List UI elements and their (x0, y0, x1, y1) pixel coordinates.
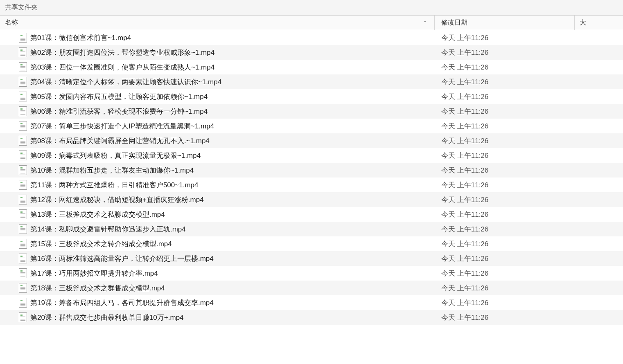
file-name: 第17课：巧用两妙招立即提升转介率.mp4 (30, 269, 158, 278)
file-date: 今天 上午11:26 (435, 136, 575, 146)
video-file-icon (19, 106, 27, 116)
file-date: 今天 上午11:26 (435, 92, 575, 101)
file-row[interactable]: 第11课：两种方式互推爆粉，日引精准客户500~1.mp4今天 上午11:26 (0, 178, 623, 192)
column-header-date[interactable]: 修改日期 (435, 16, 575, 30)
file-date: 今天 上午11:26 (435, 121, 575, 131)
file-name: 第03课：四位一体发圈准则，使客户从陌生变成熟人~1.mp4 (30, 63, 214, 72)
column-header-name[interactable]: 名称 ⌃ (0, 16, 435, 30)
file-name-cell: 第07课：简单三步快速打造个人IP塑造精准流量黑洞~1.mp4 (0, 121, 435, 131)
file-row[interactable]: 第13课：三板斧成交术之私聊成交模型.mp4今天 上午11:26 (0, 207, 623, 222)
column-name-label: 名称 (5, 18, 18, 27)
file-date: 今天 上午11:26 (435, 151, 575, 160)
video-file-icon (19, 136, 27, 146)
video-file-icon (19, 47, 27, 57)
file-name-cell: 第05课：发圈内容布局五模型，让顾客更加依赖你~1.mp4 (0, 92, 435, 101)
file-name-cell: 第09课：病毒式列表吸粉，真正实现流量无极限~1.mp4 (0, 151, 435, 160)
folder-title: 共享文件夹 (5, 4, 38, 11)
column-header-size[interactable]: 大 (575, 16, 623, 30)
video-file-icon (19, 121, 27, 131)
file-name: 第07课：简单三步快速打造个人IP塑造精准流量黑洞~1.mp4 (30, 121, 214, 131)
file-name: 第13课：三板斧成交术之私聊成交模型.mp4 (30, 210, 165, 219)
file-date: 今天 上午11:26 (435, 254, 575, 263)
sort-ascending-icon: ⌃ (423, 20, 434, 26)
file-date: 今天 上午11:26 (435, 298, 575, 308)
file-date: 今天 上午11:26 (435, 180, 575, 190)
file-row[interactable]: 第16课：两标准筛选高能量客户，让转介绍更上一层楼.mp4今天 上午11:26 (0, 251, 623, 266)
file-name: 第18课：三板斧成交术之群售成交模型.mp4 (30, 283, 165, 293)
file-row[interactable]: 第08课：布局品牌关键词霸屏全网让营销无孔不入.~1.mp4今天 上午11:26 (0, 133, 623, 148)
video-file-icon (19, 283, 27, 293)
column-headers: 名称 ⌃ 修改日期 大 (0, 16, 623, 30)
file-name: 第11课：两种方式互推爆粉，日引精准客户500~1.mp4 (30, 180, 198, 190)
file-row[interactable]: 第20课：群售成交七步曲暴利收单日赚10万+.mp4今天 上午11:26 (0, 310, 623, 325)
file-name: 第04课：清晰定位个人标签，两要素让顾客快速认识你~1.mp4 (30, 77, 221, 87)
column-size-label: 大 (580, 18, 586, 27)
file-row[interactable]: 第06课：精准引流获客，轻松变现不浪费每一分钟~1.mp4今天 上午11:26 (0, 104, 623, 119)
video-file-icon (19, 195, 27, 204)
file-date: 今天 上午11:26 (435, 33, 575, 43)
file-name: 第14课：私聊成交避雷针帮助你迅速步入正轨.mp4 (30, 225, 186, 234)
file-name-cell: 第01课：微信创富术前言~1.mp4 (0, 33, 435, 43)
file-row[interactable]: 第07课：简单三步快速打造个人IP塑造精准流量黑洞~1.mp4今天 上午11:2… (0, 119, 623, 133)
video-file-icon (19, 62, 27, 72)
video-file-icon (19, 165, 27, 175)
file-name: 第10课：混群加粉五步走，让群友主动加爆你~1.mp4 (30, 166, 194, 175)
file-name: 第08课：布局品牌关键词霸屏全网让营销无孔不入.~1.mp4 (30, 136, 210, 146)
file-row[interactable]: 第17课：巧用两妙招立即提升转介率.mp4今天 上午11:26 (0, 266, 623, 281)
file-name: 第19课：筹备布局四组人马，各司其职提升群售成交率.mp4 (30, 298, 214, 308)
file-date: 今天 上午11:26 (435, 63, 575, 72)
file-name-cell: 第17课：巧用两妙招立即提升转介率.mp4 (0, 268, 435, 278)
file-name: 第15课：三板斧成交术之转介绍成交模型.mp4 (30, 239, 172, 249)
video-file-icon (19, 312, 27, 322)
file-row[interactable]: 第05课：发圈内容布局五模型，让顾客更加依赖你~1.mp4今天 上午11:26 (0, 89, 623, 104)
video-file-icon (19, 298, 27, 308)
file-name-cell: 第16课：两标准筛选高能量客户，让转介绍更上一层楼.mp4 (0, 254, 435, 263)
file-row[interactable]: 第04课：清晰定位个人标签，两要素让顾客快速认识你~1.mp4今天 上午11:2… (0, 74, 623, 89)
file-row[interactable]: 第12课：网红速成秘诀，借助短视频+直播疯狂涨粉.mp4今天 上午11:26 (0, 192, 623, 207)
file-name-cell: 第06课：精准引流获客，轻松变现不浪费每一分钟~1.mp4 (0, 106, 435, 116)
file-date: 今天 上午11:26 (435, 239, 575, 249)
file-row[interactable]: 第14课：私聊成交避雷针帮助你迅速步入正轨.mp4今天 上午11:26 (0, 222, 623, 236)
file-name: 第05课：发圈内容布局五模型，让顾客更加依赖你~1.mp4 (30, 92, 208, 101)
file-date: 今天 上午11:26 (435, 269, 575, 278)
file-name: 第12课：网红速成秘诀，借助短视频+直播疯狂涨粉.mp4 (30, 195, 204, 204)
file-name-cell: 第15课：三板斧成交术之转介绍成交模型.mp4 (0, 239, 435, 249)
column-date-label: 修改日期 (441, 18, 467, 27)
video-file-icon (19, 33, 27, 43)
file-row[interactable]: 第09课：病毒式列表吸粉，真正实现流量无极限~1.mp4今天 上午11:26 (0, 148, 623, 163)
file-row[interactable]: 第02课：朋友圈打造四位法，帮你塑造专业权威形象~1.mp4今天 上午11:26 (0, 45, 623, 60)
file-name: 第09课：病毒式列表吸粉，真正实现流量无极限~1.mp4 (30, 151, 201, 160)
file-row[interactable]: 第10课：混群加粉五步走，让群友主动加爆你~1.mp4今天 上午11:26 (0, 163, 623, 178)
file-row[interactable]: 第01课：微信创富术前言~1.mp4今天 上午11:26 (0, 30, 623, 45)
file-name-cell: 第20课：群售成交七步曲暴利收单日赚10万+.mp4 (0, 312, 435, 322)
file-date: 今天 上午11:26 (435, 48, 575, 57)
file-list[interactable]: 第01课：微信创富术前言~1.mp4今天 上午11:26第02课：朋友圈打造四位… (0, 30, 623, 364)
file-row[interactable]: 第19课：筹备布局四组人马，各司其职提升群售成交率.mp4今天 上午11:26 (0, 295, 623, 310)
file-date: 今天 上午11:26 (435, 195, 575, 204)
file-row[interactable]: 第18课：三板斧成交术之群售成交模型.mp4今天 上午11:26 (0, 281, 623, 295)
video-file-icon (19, 209, 27, 219)
file-name-cell: 第10课：混群加粉五步走，让群友主动加爆你~1.mp4 (0, 165, 435, 175)
file-date: 今天 上午11:26 (435, 210, 575, 219)
video-file-icon (19, 254, 27, 263)
file-date: 今天 上午11:26 (435, 166, 575, 175)
folder-header: 共享文件夹 (0, 0, 623, 16)
file-date: 今天 上午11:26 (435, 77, 575, 87)
video-file-icon (19, 151, 27, 160)
file-name: 第06课：精准引流获客，轻松变现不浪费每一分钟~1.mp4 (30, 107, 208, 116)
file-name-cell: 第03课：四位一体发圈准则，使客户从陌生变成熟人~1.mp4 (0, 62, 435, 72)
file-row[interactable]: 第15课：三板斧成交术之转介绍成交模型.mp4今天 上午11:26 (0, 236, 623, 251)
video-file-icon (19, 224, 27, 234)
file-name: 第01课：微信创富术前言~1.mp4 (30, 33, 131, 43)
file-name-cell: 第12课：网红速成秘诀，借助短视频+直播疯狂涨粉.mp4 (0, 195, 435, 204)
file-name: 第02课：朋友圈打造四位法，帮你塑造专业权威形象~1.mp4 (30, 48, 214, 57)
file-date: 今天 上午11:26 (435, 107, 575, 116)
file-name-cell: 第02课：朋友圈打造四位法，帮你塑造专业权威形象~1.mp4 (0, 47, 435, 57)
file-name-cell: 第04课：清晰定位个人标签，两要素让顾客快速认识你~1.mp4 (0, 77, 435, 87)
file-date: 今天 上午11:26 (435, 283, 575, 293)
file-name-cell: 第14课：私聊成交避雷针帮助你迅速步入正轨.mp4 (0, 224, 435, 234)
file-name-cell: 第13课：三板斧成交术之私聊成交模型.mp4 (0, 209, 435, 219)
video-file-icon (19, 77, 27, 87)
file-row[interactable]: 第03课：四位一体发圈准则，使客户从陌生变成熟人~1.mp4今天 上午11:26 (0, 60, 623, 74)
file-name: 第16课：两标准筛选高能量客户，让转介绍更上一层楼.mp4 (30, 254, 214, 263)
